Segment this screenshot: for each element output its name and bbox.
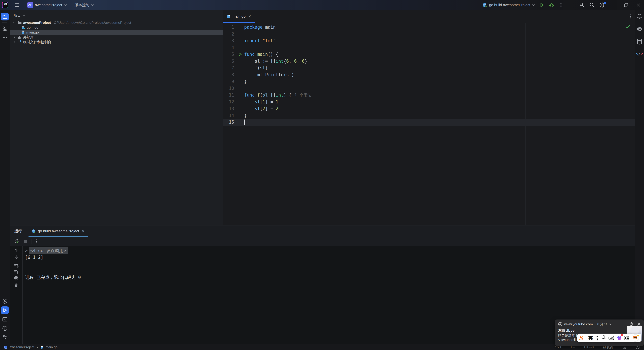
tree-row-go-mod[interactable]: go.mod xyxy=(10,25,223,30)
services-tool-button[interactable] xyxy=(1,297,9,305)
project-panel-header[interactable]: 项目 xyxy=(10,10,223,20)
notification-separator: • xyxy=(594,322,596,326)
search-icon xyxy=(589,2,595,8)
rerun-button[interactable] xyxy=(14,239,19,244)
notification-settings-gear-icon[interactable] xyxy=(630,322,634,326)
vcs-menu[interactable]: 版本控制 xyxy=(73,1,96,9)
code-editor[interactable]: 1package main23import "fmt"45func main()… xyxy=(223,23,634,225)
editor-options-button[interactable] xyxy=(630,14,631,18)
run-more-options-button[interactable] xyxy=(36,239,37,244)
inspections-ok-widget[interactable] xyxy=(625,25,630,29)
console-stdout-line: [6 1 2] xyxy=(25,254,634,261)
problems-tool-button[interactable] xyxy=(1,325,9,332)
services-icon xyxy=(2,299,8,304)
notification-time: 8 分钟 xyxy=(597,322,607,326)
restore-icon xyxy=(624,3,628,7)
ime-punctuation-toggle[interactable] xyxy=(595,335,600,341)
sogou-logo-icon[interactable]: S xyxy=(579,335,584,341)
breadcrumb-file[interactable]: main.go xyxy=(46,345,58,349)
settings-button[interactable] xyxy=(598,1,607,9)
editor-area: main.go ✕ 1package main23import "fmt"45f… xyxy=(223,10,634,225)
scroll-to-end-icon[interactable] xyxy=(14,270,18,274)
project-color-icon xyxy=(4,346,7,349)
window-close-button[interactable] xyxy=(633,0,644,10)
microphone-icon xyxy=(602,335,606,341)
gopher-run-config-icon xyxy=(482,2,487,7)
folded-command-text[interactable]: <4 go 设置调用> xyxy=(29,247,68,254)
ime-toolbar[interactable]: S 英 xyxy=(577,334,641,342)
run-tab-label: go build awesomeProject xyxy=(38,229,79,233)
library-icon xyxy=(18,35,22,39)
run-configuration-selector[interactable]: go build awesomeProject xyxy=(481,1,537,9)
code-bracket-icon: < xyxy=(636,51,638,56)
ime-skin-button[interactable] xyxy=(616,336,622,341)
more-tool-windows-button[interactable] xyxy=(1,34,9,41)
down-arrow-icon[interactable] xyxy=(14,255,18,259)
line-number: 10 xyxy=(223,86,243,91)
fold-expand-icon[interactable]: > xyxy=(25,247,28,254)
notification-close-icon[interactable] xyxy=(637,323,641,326)
soft-wrap-icon[interactable] xyxy=(14,264,18,268)
vcs-label: 版本控制 xyxy=(75,2,90,7)
tree-row-scratches[interactable]: 临时文件和控制台 xyxy=(10,39,223,44)
stop-icon xyxy=(23,239,28,244)
ime-voice-button[interactable] xyxy=(602,335,606,341)
console-fold-line[interactable]: > <4 go 设置调用> xyxy=(25,247,634,254)
kebab-menu-icon xyxy=(560,2,562,8)
notifications-button[interactable] xyxy=(637,14,642,19)
chevron-up-icon[interactable] xyxy=(608,323,611,325)
ime-assistant-badge[interactable] xyxy=(632,334,639,342)
line-number: 1 xyxy=(223,25,243,30)
breadcrumb-separator: › xyxy=(37,345,38,349)
breadcrumb-project[interactable]: awesomeProject xyxy=(10,345,34,349)
structure-tool-button[interactable] xyxy=(1,25,9,32)
tree-row-main-go[interactable]: main.go xyxy=(10,30,223,35)
tree-row-external-libraries[interactable]: 外部库 xyxy=(10,35,223,39)
trash-icon[interactable] xyxy=(14,283,18,287)
terminal-tool-button[interactable] xyxy=(1,316,9,323)
chevron-down-icon xyxy=(91,4,94,6)
window-restore-button[interactable] xyxy=(620,0,632,10)
ime-toolbox-button[interactable] xyxy=(624,336,629,341)
console-output: > <4 go 设置调用> [6 1 2] 进程 已完成，退出代码为 0 xyxy=(23,246,634,344)
usages-inlay-hint[interactable]: 1 个用法 xyxy=(294,92,312,98)
debug-button[interactable] xyxy=(548,1,556,9)
ime-language-toggle[interactable]: 英 xyxy=(588,335,593,341)
editor-tab-main-go[interactable]: main.go ✕ xyxy=(223,10,255,23)
run-tab-go-build[interactable]: go build awesomeProject ✕ xyxy=(28,225,88,237)
left-tool-stripe xyxy=(0,10,10,344)
readonly-lock-widget[interactable] xyxy=(622,345,626,349)
status-bar: awesomeProject › main.go 15:1 LF UTF-8 制… xyxy=(0,344,644,350)
ai-assistant-button[interactable] xyxy=(636,26,642,32)
ime-keyboard-button[interactable] xyxy=(608,336,614,340)
run-console[interactable]: > <4 go 设置调用> [6 1 2] 进程 已完成，退出代码为 0 xyxy=(10,246,634,344)
debug-bug-icon xyxy=(549,2,554,7)
tree-row-project-root[interactable]: awesomeProject C:\Users\meowr\GolandProj… xyxy=(10,20,223,25)
endpoints-button[interactable]: </> xyxy=(636,51,643,56)
chevron-down-icon xyxy=(22,14,25,16)
project-tool-button[interactable] xyxy=(1,13,9,20)
window-minimize-button[interactable] xyxy=(608,0,619,10)
search-everywhere-button[interactable] xyxy=(588,1,596,9)
run-button[interactable] xyxy=(538,1,546,9)
run-tool-button[interactable] xyxy=(1,307,9,314)
more-actions-button[interactable] xyxy=(557,1,565,9)
bell-icon xyxy=(637,14,642,19)
tab-close-icon[interactable]: ✕ xyxy=(248,14,251,18)
run-gutter-icon[interactable] xyxy=(238,52,242,56)
code-line: 5func main() { xyxy=(223,51,634,58)
print-icon[interactable] xyxy=(14,276,18,281)
chrome-icon xyxy=(558,322,562,326)
grid-icon xyxy=(624,336,629,341)
code-line: 12 sl[1] = 1 xyxy=(223,99,634,105)
stop-button[interactable] xyxy=(23,239,28,244)
git-branch-icon xyxy=(2,335,8,340)
main-menu-button[interactable] xyxy=(13,1,21,9)
project-widget[interactable]: AP awesomeProject xyxy=(26,1,68,9)
code-with-me-button[interactable] xyxy=(578,1,586,9)
up-arrow-icon[interactable] xyxy=(14,248,18,253)
database-button[interactable] xyxy=(637,38,642,44)
git-tool-button[interactable] xyxy=(1,334,9,341)
tab-close-icon[interactable]: ✕ xyxy=(82,229,85,233)
console-exit-line: 进程 已完成，退出代码为 0 xyxy=(25,274,634,281)
